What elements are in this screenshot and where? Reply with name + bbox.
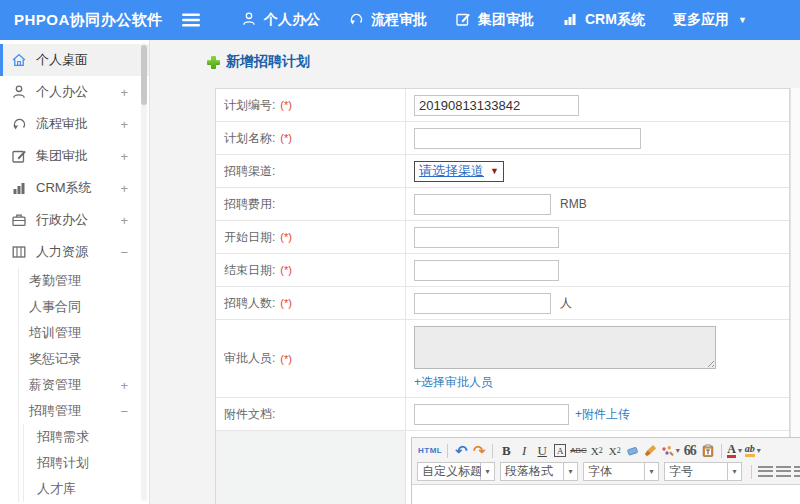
underline-button[interactable]: U [533, 442, 551, 460]
nav-personal-office[interactable]: 个人办公 [227, 11, 334, 30]
required-mark: (*) [280, 99, 292, 111]
collapse-icon[interactable]: − [120, 245, 128, 260]
headcount-input[interactable] [414, 293, 551, 314]
sidebar-item-recruit-plan[interactable]: 招聘计划 [24, 450, 149, 476]
paste-text-button[interactable] [699, 442, 717, 460]
highlight-pens-button[interactable]: ▾ [660, 442, 681, 460]
sidebar-item-label: CRM系统 [36, 179, 92, 197]
sidebar-item-hr-contract[interactable]: 人事合同 [19, 294, 149, 320]
expand-icon[interactable]: + [120, 149, 128, 164]
sidebar-item-rewards[interactable]: 奖惩记录 [19, 346, 149, 372]
sidebar-item-personal-office[interactable]: 个人办公 + [0, 76, 149, 108]
channel-select[interactable]: 请选择渠道 ▼ [414, 161, 504, 182]
caret-down-icon: ▾ [738, 446, 742, 455]
font-family-select[interactable]: 字体 [583, 462, 645, 481]
form-row-headcount: 招聘人数:(*) 人 [216, 287, 789, 320]
sidebar-item-label: 集团审批 [36, 147, 88, 165]
hr-submenu: 考勤管理 人事合同 培训管理 奖惩记录 薪资管理+ 招聘管理− 招聘需求 招聘计… [18, 268, 149, 502]
sidebar-item-workflow-approval[interactable]: 流程审批 + [0, 108, 149, 140]
home-icon [11, 52, 27, 68]
sidebar-item-talent-pool[interactable]: 人才库 [24, 476, 149, 502]
sidebar-item-crm[interactable]: CRM系统 + [0, 172, 149, 204]
caret-down-icon: ▾ [676, 446, 680, 455]
sidebar-item-recruit-mgmt[interactable]: 招聘管理− [19, 398, 149, 424]
paragraph-format-select[interactable]: 段落格式 [500, 462, 564, 481]
form-row-approvers: 审批人员:(*) +选择审批人员 [216, 320, 789, 398]
source-code-button[interactable]: HTML [417, 442, 443, 460]
sidebar-scrollbar[interactable] [141, 43, 147, 501]
sidebar-item-desktop[interactable]: 个人桌面 [0, 44, 149, 76]
form-row-attachment: 附件文档: +附件上传 [216, 398, 789, 431]
caret-down-icon[interactable]: ▾ [645, 462, 659, 481]
expand-icon[interactable]: + [120, 85, 128, 100]
bold-button[interactable]: B [497, 442, 515, 460]
brush-icon [644, 444, 658, 457]
sidebar-item-admin-office[interactable]: 行政办公 + [0, 204, 149, 236]
resize-handle-icon[interactable] [705, 358, 714, 367]
form-row-cost: 招聘费用: RMB [216, 188, 789, 221]
edit-icon [455, 11, 471, 30]
field-label: 开始日期: [224, 229, 275, 246]
user-icon [11, 84, 27, 100]
font-color-button[interactable]: A▾ [726, 442, 744, 460]
recruit-plan-form: 计划编号:(*) 计划名称:(*) 招聘渠道: 请选择渠道 ▼ 招聘费用: RM… [215, 88, 790, 504]
rich-text-editor: HTML ↶ ↷ B I U A ABC X2 X2 [411, 437, 800, 504]
subscript-button[interactable]: X2 [606, 442, 624, 460]
align-left-button[interactable] [756, 463, 774, 481]
font-size-select[interactable]: 字号 [664, 462, 728, 481]
sidebar-item-hr[interactable]: 人力资源 − [0, 236, 149, 268]
redo-button[interactable]: ↷ [470, 442, 488, 460]
collapse-icon[interactable]: − [120, 404, 128, 419]
upload-attachment-link[interactable]: +附件上传 [575, 406, 630, 423]
approvers-textarea[interactable] [414, 326, 716, 369]
attachment-input[interactable] [414, 404, 569, 425]
end-date-input[interactable] [414, 260, 559, 281]
expand-icon[interactable]: + [120, 213, 128, 228]
nav-crm-system[interactable]: CRM系统 [548, 11, 659, 30]
nav-more-apps[interactable]: 更多应用 ▼ [659, 11, 761, 29]
strikethrough-button[interactable]: ABC [569, 442, 587, 460]
start-date-input[interactable] [414, 227, 559, 248]
toolbar-divider [447, 444, 448, 458]
eraser-icon [626, 445, 640, 457]
editor-content-area[interactable] [412, 485, 800, 504]
sidebar-item-group-approval[interactable]: 集团审批 + [0, 140, 149, 172]
hamburger-menu-icon[interactable] [182, 13, 201, 27]
italic-button[interactable]: I [515, 442, 533, 460]
plan-number-input[interactable] [414, 95, 579, 116]
format-brush-button[interactable] [642, 442, 660, 460]
required-mark: (*) [280, 264, 292, 276]
expand-icon[interactable]: + [120, 378, 128, 393]
sidebar-item-recruit-demand[interactable]: 招聘需求 [24, 424, 149, 450]
sidebar-item-label: 行政办公 [36, 211, 88, 229]
blockquote-button[interactable]: 66 [681, 442, 699, 460]
caret-down-icon[interactable]: ▾ [564, 462, 578, 481]
sidebar: 个人桌面 个人办公 + 流程审批 + 集团审批 + CRM系统 + 行政办公 + [0, 40, 150, 504]
sidebar-item-salary[interactable]: 薪资管理+ [19, 372, 149, 398]
field-label: 招聘渠道: [224, 163, 275, 180]
nav-group-approval[interactable]: 集团审批 [441, 11, 548, 30]
superscript-button[interactable]: X2 [588, 442, 606, 460]
sidebar-item-attendance[interactable]: 考勤管理 [19, 268, 149, 294]
color-pens-icon [661, 445, 674, 457]
expand-icon[interactable]: + [120, 117, 128, 132]
align-right-button[interactable] [792, 463, 800, 481]
caret-down-icon[interactable]: ▾ [728, 462, 742, 481]
align-center-button[interactable] [774, 463, 792, 481]
expand-icon[interactable]: + [120, 181, 128, 196]
custom-title-select[interactable]: 自定义标题 [417, 462, 481, 481]
caret-down-icon[interactable]: ▾ [481, 462, 495, 481]
undo-button[interactable]: ↶ [452, 442, 470, 460]
page-title-text: 新增招聘计划 [226, 53, 310, 71]
unit-suffix: 人 [560, 295, 572, 312]
plan-name-input[interactable] [414, 128, 641, 149]
sidebar-item-training[interactable]: 培训管理 [19, 320, 149, 346]
eraser-button[interactable] [624, 442, 642, 460]
nav-workflow-approval[interactable]: 流程审批 [334, 11, 441, 30]
scrollbar-thumb[interactable] [141, 45, 147, 105]
toolbar-divider [492, 444, 493, 458]
select-approvers-link[interactable]: +选择审批人员 [414, 374, 493, 391]
cost-input[interactable] [414, 194, 551, 215]
background-color-button[interactable]: ab▾ [744, 442, 762, 460]
autotypeset-button[interactable]: A [551, 442, 569, 460]
